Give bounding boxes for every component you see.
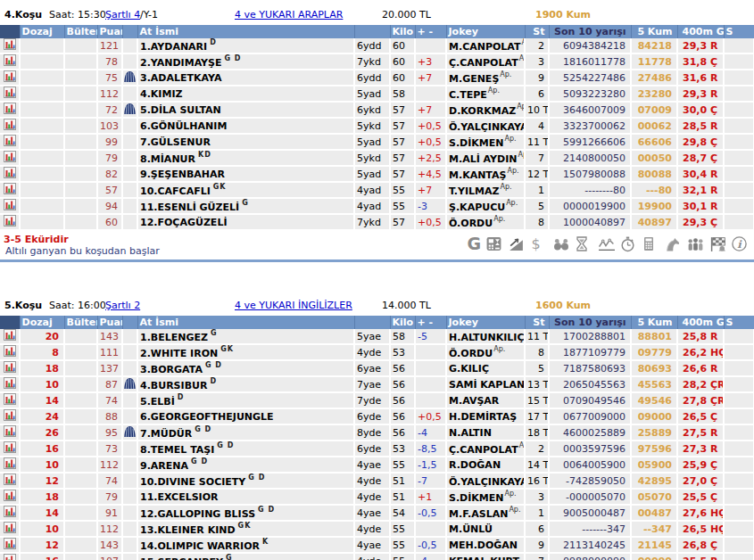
stats-cell[interactable] (0, 54, 20, 70)
horse-name[interactable]: 8.MİANURKD (137, 150, 354, 166)
jockey-name[interactable]: M.AVŞAR (446, 392, 525, 408)
horse-name[interactable]: 6.GÖNÜLHANIM (137, 118, 354, 134)
horse-name[interactable]: 8.TEMEL TAŞIG D (137, 441, 354, 457)
horse-name[interactable]: 10.DIVINE SOCIETYG D (137, 473, 354, 489)
horse-name[interactable]: 4.KIMIZ (137, 86, 354, 102)
jockey-name[interactable]: M.F.ASLANAp. (446, 505, 525, 521)
blinkers-cell (122, 441, 137, 457)
stats-cell[interactable] (0, 360, 20, 376)
jockey-name[interactable]: SAMİ KAPLAN (446, 376, 525, 392)
horse-name[interactable]: 2.YANDIMAYŞEG D (137, 54, 354, 70)
jockey-name[interactable]: H.ALTUNKILIÇAp. (446, 329, 525, 344)
horse-name[interactable]: 3.BORGATAG D (137, 360, 354, 376)
jockey-name[interactable]: Ö.ORDUAp. (446, 214, 525, 230)
program-icon[interactable] (485, 235, 503, 252)
stats-cell[interactable] (0, 424, 20, 441)
race-condition-link[interactable]: Şartlı 2 (105, 300, 140, 311)
jockey-name[interactable]: T.YILMAZAp. (446, 182, 525, 198)
stats-cell[interactable] (0, 182, 20, 198)
jockey-name[interactable]: M.KANTAŞAp. (446, 166, 525, 182)
horse-name[interactable]: 12.GALLOPING BLISSG D (137, 505, 354, 521)
horse-name[interactable]: 9.ŞEŞENBAHAR (137, 166, 354, 182)
stats-cell[interactable] (0, 134, 20, 150)
jockey-name[interactable]: Ö.ORDUAp. (446, 344, 525, 360)
horse-name[interactable]: 11.EXCELSIOR (137, 489, 354, 505)
stats-cell[interactable] (0, 329, 20, 344)
horse-name[interactable]: 10.CAFCAFLIGK (137, 182, 354, 198)
jockey-name[interactable]: MEH.DOĞAN (446, 537, 525, 553)
horse-name[interactable]: 7.MÜDÜRG D (137, 424, 354, 441)
finish-photo-icon[interactable] (708, 235, 726, 252)
horse-name[interactable]: 5.ELBİD (137, 392, 354, 408)
stats-cell[interactable] (0, 214, 20, 230)
jockey-name[interactable]: S.DİKMENAp. (446, 134, 525, 150)
bet-type-g-icon[interactable]: G (467, 235, 481, 252)
stats-cell[interactable] (0, 198, 20, 214)
stats-cell[interactable] (0, 521, 20, 537)
stats-cell[interactable] (0, 489, 20, 505)
horse-name[interactable]: 3.ADALETKAYA (137, 70, 354, 86)
stopwatch-icon[interactable] (619, 235, 637, 252)
jockey-name[interactable]: M.CANPOLATAp. (446, 38, 525, 54)
binoculars-icon[interactable] (552, 235, 570, 252)
stats-cell[interactable] (0, 553, 20, 560)
horse-name[interactable]: 13.KLEINER KINDGK (137, 521, 354, 537)
horse-name[interactable]: 6.GEORGEOFTHEJUNGLE (137, 408, 354, 424)
stats-cell[interactable] (0, 537, 20, 553)
jockey-name[interactable]: Ş.KAPUCUAp. (446, 198, 525, 214)
horse-name[interactable]: 12.FOÇAGÜZELİ (137, 214, 354, 230)
stats-cell[interactable] (0, 70, 20, 86)
jockey-name[interactable]: G.KILIÇ (446, 360, 525, 376)
stats-cell[interactable] (0, 457, 20, 473)
stats-cell[interactable] (0, 102, 20, 118)
jockeys-icon[interactable] (686, 235, 704, 252)
horse-name[interactable]: 11.ESENLİ GÜZELİG (137, 198, 354, 214)
jockey-name[interactable]: C.TEPEAp. (446, 86, 525, 102)
stats-cell[interactable] (0, 392, 20, 408)
jockey-name[interactable]: S.DİKMENAp. (446, 489, 525, 505)
jockey-name[interactable]: Ç.CANPOLATAp. (446, 441, 525, 457)
horse-name[interactable]: 4.BURSIBURD (137, 376, 354, 392)
stats-cell[interactable] (0, 38, 20, 54)
jockey-name[interactable]: M.ALİ AYDINAp. (446, 150, 525, 166)
form-graph-icon[interactable] (597, 235, 615, 252)
jockey-name[interactable]: KEMAL KURT (446, 553, 525, 560)
stats-cell[interactable] (0, 166, 20, 182)
results-trend-icon[interactable] (508, 235, 526, 252)
jockey-name[interactable]: Ö.YALÇINKAYAAp. (446, 118, 525, 134)
horse-name[interactable]: 2.WHITE IRONGK (137, 344, 354, 360)
stats-cell[interactable] (0, 150, 20, 166)
jockey-name[interactable]: Ö.YALÇINKAYAAp. (446, 473, 525, 489)
stats-cell[interactable] (0, 473, 20, 489)
horse-name[interactable]: 1.AYDANARID (137, 38, 354, 54)
last5-sand-results: 00487 (631, 505, 677, 521)
stats-cell[interactable] (0, 86, 20, 102)
horse-name[interactable]: 7.GÜLSENUR (137, 134, 354, 150)
stats-cell[interactable] (0, 376, 20, 392)
hourglass-icon[interactable] (575, 235, 592, 252)
horse-name[interactable]: 14.OLIMPIC WARRIORK (137, 537, 354, 553)
stats-cell[interactable] (0, 441, 20, 457)
race-category-link[interactable]: 4 ve YUKARI İNGİLİZLER (235, 300, 352, 311)
horse-name[interactable]: 9.ARENAG D (137, 457, 354, 473)
jockey-name[interactable]: R.DOĞAN (446, 457, 525, 473)
jockey-name[interactable]: Ç.CANPOLATAp. (446, 54, 525, 70)
horse-head-icon[interactable] (664, 235, 682, 252)
stats-cell[interactable] (0, 118, 20, 134)
calculator-icon[interactable] (642, 235, 659, 252)
jockey-name[interactable]: H.DEMİRTAŞ (446, 408, 525, 424)
stats-cell[interactable] (0, 344, 20, 360)
race-condition-link[interactable]: Şartlı 4 (105, 9, 140, 21)
dollar-icon[interactable]: $ (530, 235, 548, 252)
horse-name[interactable]: 1.BELENGEZG (137, 329, 354, 344)
jockey-name[interactable]: N.ALTIN (446, 424, 525, 441)
jockey-name[interactable]: M.ÜNLÜ (446, 521, 525, 537)
horse-name[interactable]: 5.DİLA SULTAN (137, 102, 354, 118)
info-icon[interactable]: i (731, 235, 749, 252)
race-category-link[interactable]: 4 ve YUKARI ARAPLAR (235, 9, 343, 21)
stats-cell[interactable] (0, 408, 20, 424)
jockey-name[interactable]: M.GENEŞAp. (446, 70, 525, 86)
horse-name[interactable]: 15.SERCANBEYG (137, 553, 354, 560)
stats-cell[interactable] (0, 505, 20, 521)
jockey-name[interactable]: D.KORKMAZAp. (446, 102, 525, 118)
